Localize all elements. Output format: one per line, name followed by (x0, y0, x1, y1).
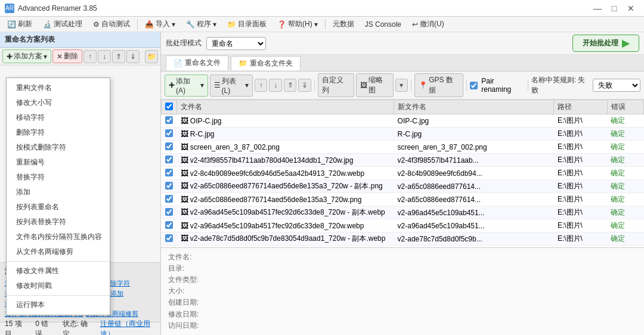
file-tabs: 📄 重命名文件 📁 重命名文件夹 (161, 55, 644, 72)
remove-scheme-button[interactable]: ✕ 删除 (52, 49, 82, 63)
info-dest: 目录: (168, 263, 637, 274)
scheme-option-pattern-delete[interactable]: 按模式删除字符 (7, 140, 110, 155)
add-icon: ✚ (7, 52, 13, 61)
menu-refresh[interactable]: 🔄 刷新 (2, 18, 37, 30)
scheme-option-case[interactable]: 修改大小写 (7, 95, 110, 110)
scheme-option-add[interactable]: 添加 (7, 185, 110, 200)
scheme-option-script[interactable]: 运行脚本 (7, 297, 110, 312)
pair-renaming-checkbox[interactable] (470, 82, 478, 89)
item-count: 15 项目 (5, 319, 26, 336)
minimize-button[interactable]: — (589, 2, 606, 14)
file-checkbox-5[interactable] (165, 182, 173, 190)
add-file-button[interactable]: ✚ 添加(A) ▾ (165, 75, 208, 97)
play-icon: ▶ (622, 38, 629, 49)
row-filename: 🖼 screen_aren_3_87_002.png (177, 141, 394, 154)
file-checkbox-2[interactable] (165, 142, 173, 150)
menu-jsconsole[interactable]: JS Console (360, 19, 406, 30)
row-checkbox[interactable] (162, 154, 177, 167)
row-checkbox[interactable] (162, 128, 177, 141)
scheme-option-timestamp[interactable]: 修改时间戳 (7, 278, 110, 293)
tab-rename-files[interactable]: 📄 重命名文件 (166, 55, 228, 70)
row-newname: v2-a96ad45e5c109ab451... (394, 219, 554, 232)
scheme-option-swap[interactable]: 文件名内按分隔符互换内容 (7, 229, 110, 244)
col-path[interactable]: 路径 (554, 100, 607, 114)
file-checkbox-4[interactable] (165, 169, 173, 176)
move-up-button[interactable]: ↑ (83, 50, 97, 63)
menu-metadata[interactable]: 元数据 (328, 18, 359, 30)
file-move-bottom-button[interactable]: ⇓ (298, 79, 311, 92)
table-row: 🖼 v2-ade78c7d5d8d0f5c9b7de83054d9aad1_72… (162, 232, 644, 246)
row-newname: v2-a65c0886eed877614... (394, 180, 554, 193)
menu-directory[interactable]: 📁 目录面板 (222, 18, 271, 30)
close-button[interactable]: ✕ (623, 2, 639, 14)
maximize-button[interactable]: □ (606, 2, 623, 14)
batch-mode-select[interactable]: 重命名 复制 移动 (206, 37, 266, 50)
tab-rename-folders[interactable]: 📁 重命名文件夹 (231, 56, 301, 70)
row-status: 确定 (607, 154, 643, 167)
menu-autotest[interactable]: ⚙ 自动测试 (88, 18, 135, 30)
scheme-option-replace[interactable]: 替换字符 (7, 170, 110, 185)
list-view-button[interactable]: ☰ 列表(L) ▾ (210, 75, 253, 97)
folder-tab-icon: 📁 (239, 59, 247, 67)
file-checkbox-7[interactable] (165, 208, 173, 216)
file-type-icon: 🖼 (181, 234, 188, 243)
scheme-option-reconstruct[interactable]: 重构文件名 (7, 80, 110, 95)
scheme-option-attr[interactable]: 修改文件属性 (7, 263, 110, 278)
thumbnail-button[interactable]: 🖼 缩略图 (356, 73, 394, 97)
scheme-option-list-replace[interactable]: 按列表替换字符 (7, 215, 110, 229)
row-checkbox[interactable] (162, 167, 177, 180)
status-bar: 15 项目 0 错误 状态: 确定 注册链（商业用途） (0, 322, 160, 335)
menu-undo[interactable]: ↩ 撤消(U) (407, 18, 449, 30)
scheme-option-delete[interactable]: 删除字符 (7, 125, 110, 140)
file-move-down-button[interactable]: ↓ (269, 79, 282, 92)
row-checkbox[interactable] (162, 180, 177, 193)
table-row: 🖼 screen_aren_3_87_002.png screen_aren_3… (162, 141, 644, 154)
scheme-option-list-rename[interactable]: 按列表重命名 (7, 200, 110, 215)
scheme-option-trim[interactable]: 从文件名两端修剪 (7, 244, 110, 259)
move-down-button[interactable]: ↓ (98, 50, 111, 63)
row-checkbox[interactable] (162, 219, 177, 232)
file-checkbox-0[interactable] (165, 116, 173, 124)
toolbar-sep-2 (411, 80, 411, 91)
row-checkbox[interactable] (162, 206, 177, 219)
file-checkbox-6[interactable] (165, 195, 173, 203)
register-link[interactable]: 注册链（商业用途） (100, 319, 156, 336)
remove-icon: ✕ (57, 52, 63, 61)
thumbnail-size-button[interactable]: ▾ (395, 79, 408, 92)
folder-button[interactable]: 📁 (145, 50, 158, 63)
custom-column-button[interactable]: 自定义列 (318, 73, 354, 97)
start-batch-button[interactable]: 开始批处理 ▶ (572, 35, 639, 52)
add-scheme-button[interactable]: ✚ 添加方案 ▾ (2, 49, 51, 63)
add-link-add[interactable]: 添加 (110, 289, 123, 298)
scheme-option-move[interactable]: 移动字符 (7, 110, 110, 125)
name-rule-select[interactable]: 失败 成功 (593, 79, 640, 92)
gps-button[interactable]: 📍 GPS 数据 (414, 73, 463, 97)
row-filename: 🖼 v2-a96ad45e5c109ab4517fec92d6c33de8_72… (177, 219, 394, 232)
move-top-button[interactable]: ⇑ (112, 50, 125, 63)
file-move-top-button[interactable]: ⇑ (284, 79, 297, 92)
row-checkbox[interactable] (162, 141, 177, 154)
file-checkbox-3[interactable] (165, 156, 173, 163)
col-newname[interactable]: 新文件名 (394, 100, 554, 114)
file-checkbox-9[interactable] (165, 234, 173, 242)
program-icon: 🔧 (186, 20, 195, 29)
col-error[interactable]: 错误 (607, 100, 643, 114)
move-bottom-button[interactable]: ⇓ (126, 50, 140, 63)
menu-help[interactable]: ❓ 帮助(H) ▾ (273, 18, 323, 30)
row-checkbox[interactable] (162, 193, 177, 206)
menu-test[interactable]: 🔬 测试处理 (38, 18, 87, 30)
row-status: 确定 (607, 206, 643, 219)
file-move-up-button[interactable]: ↑ (255, 79, 268, 92)
file-checkbox-1[interactable] (165, 129, 173, 137)
scheme-option-renumber[interactable]: 重新编号 (7, 155, 110, 170)
file-tab-icon: 📄 (174, 59, 182, 67)
file-checkbox-8[interactable] (165, 221, 173, 229)
col-filename[interactable]: 文件名 (177, 100, 394, 114)
select-all-checkbox[interactable] (165, 103, 173, 110)
row-checkbox[interactable] (162, 114, 177, 128)
info-panel: 文件名: 目录: 文件类型: 大小: 创建日期: 修改日期: (161, 247, 644, 335)
menu-import[interactable]: 📥 导入 ▾ (140, 18, 180, 30)
menu-program[interactable]: 🔧 程序 ▾ (181, 18, 221, 30)
menu-separator-1 (137, 19, 138, 30)
row-checkbox[interactable] (162, 232, 177, 246)
